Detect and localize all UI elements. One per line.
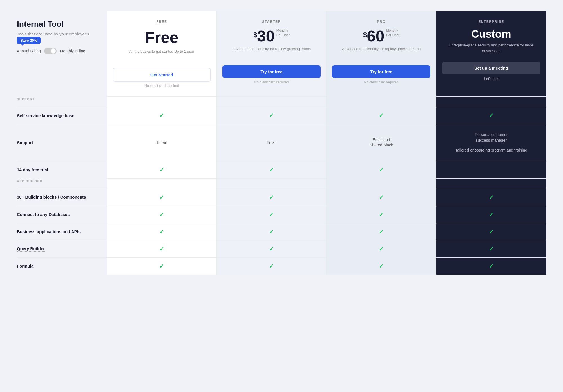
feature-db-enterprise: ✓ [436,206,546,223]
feature-bb-enterprise: ✓ [436,189,546,206]
check-icon: ✓ [269,112,274,119]
feature-db-starter: ✓ [217,206,327,223]
starter-cta-button[interactable]: Try for free [222,65,321,78]
feature-bb-pro: ✓ [327,189,436,206]
pro-price-dollar: $ [363,31,367,39]
pro-period-2: Per User [386,33,399,38]
support-label-free-empty [107,96,217,107]
feature-business-apps: Business applications and APIs [17,223,107,240]
enterprise-support-content: Personal customersuccess manager Tailore… [455,129,527,156]
pricing-table: Internal Tool Tools that are used by you… [17,11,546,275]
feature-ba-pro: ✓ [327,223,436,240]
feature-support-enterprise: Personal customersuccess manager Tailore… [436,124,546,161]
enterprise-price-display: Custom [471,28,511,40]
check-icon: ✓ [379,246,384,252]
enterprise-plan-name: ENTERPRISE [478,20,504,24]
feature-ba-free: ✓ [107,223,217,240]
pro-price-number: 60 [367,28,384,44]
feature-kb-starter: ✓ [217,107,327,124]
feature-free-trial: 14-day free trial [17,161,107,178]
support-label-pro-empty [327,96,436,107]
product-info: Internal Tool Tools that are used by you… [17,11,107,96]
support-label-starter-empty [217,96,327,107]
check-icon: ✓ [159,112,164,119]
check-icon: ✓ [379,263,384,270]
pro-plan-header: PRO $ 60 Monthly Per User Advanced funct… [327,11,436,96]
pro-plan-name: PRO [377,20,386,24]
pro-cta-button[interactable]: Try for free [332,65,430,78]
enterprise-lets-talk: Let's talk [484,77,499,81]
check-icon: ✓ [269,194,274,201]
monthly-billing-label: Monthly Billing [60,49,85,53]
billing-toggle[interactable] [44,48,57,54]
feature-trial-starter: ✓ [217,161,327,178]
feature-db-free: ✓ [107,206,217,223]
check-icon: ✓ [159,228,164,235]
feature-qb-free: ✓ [107,240,217,257]
feature-query-builder: Query Builder [17,240,107,257]
feature-knowledge-base: Self-service knowledge base [17,107,107,124]
check-icon: ✓ [379,194,384,201]
check-icon: ✓ [159,166,164,173]
check-icon: ✓ [159,211,164,218]
check-icon: ✓ [159,263,164,270]
starter-price-period: Monthly Per User [276,28,290,38]
check-icon: ✓ [269,246,274,252]
free-cta-button[interactable]: Get Started [113,68,211,82]
check-icon: ✓ [379,228,384,235]
feature-trial-enterprise [436,161,546,178]
check-icon: ✓ [269,228,274,235]
support-label-enterprise-empty [436,96,546,107]
check-icon: ✓ [269,166,274,173]
feature-formula-starter: ✓ [217,257,327,275]
free-plan-header: FREE Free All the basics to get started … [107,11,217,96]
feature-ba-enterprise: ✓ [436,223,546,240]
product-title: Internal Tool [17,20,101,29]
app-builder-label-starter-empty [217,178,327,189]
pricing-page: Internal Tool Tools that are used by you… [0,0,563,286]
feature-db-pro: ✓ [327,206,436,223]
feature-formula-pro: ✓ [327,257,436,275]
starter-period-1: Monthly [276,28,290,33]
pro-period-1: Monthly [386,28,399,33]
feature-qb-pro: ✓ [327,240,436,257]
free-price-display: Free [145,28,178,46]
enterprise-price-custom: Custom [471,28,511,40]
starter-plan-name: STARTER [262,20,281,24]
check-icon: ✓ [379,211,384,218]
enterprise-cta-button[interactable]: Set up a meeting [442,62,540,74]
app-builder-label-pro-empty [327,178,436,189]
feature-kb-pro: ✓ [327,107,436,124]
check-icon: ✓ [489,228,494,235]
feature-support-free: Email [107,124,217,161]
feature-building-blocks: 30+ Building blocks / Components [17,189,107,206]
toggle-thumb [51,48,56,54]
starter-period-2: Per User [276,33,290,38]
starter-no-cc: No credit card required [254,80,289,84]
starter-price-dollar: $ [253,31,257,39]
check-icon: ✓ [489,246,494,252]
feature-bb-free: ✓ [107,189,217,206]
feature-trial-pro: ✓ [327,161,436,178]
enterprise-support-item-1: Personal customersuccess manager [455,132,527,143]
free-plan-desc: All the basics to get started Up to 1 us… [129,49,194,62]
feature-qb-enterprise: ✓ [436,240,546,257]
check-icon: ✓ [379,166,384,173]
check-icon: ✓ [159,194,164,201]
pro-no-cc: No credit card required [364,80,398,84]
app-builder-label-free-empty [107,178,217,189]
app-builder-label-enterprise-empty [436,178,546,189]
support-free-text: Email [157,140,167,146]
starter-plan-header: STARTER $ 30 Monthly Per User Advanced f… [217,11,327,96]
enterprise-plan-desc: Enterprise-grade security and performanc… [442,43,540,56]
feature-ba-starter: ✓ [217,223,327,240]
support-pro-text: Email andShared Slack [370,137,393,148]
starter-plan-desc: Advanced functionality for rapidly growi… [232,46,311,60]
feature-kb-free: ✓ [107,107,217,124]
annual-billing-label: Annual Billing [17,49,41,53]
feature-formula-enterprise: ✓ [436,257,546,275]
starter-price-display: $ 30 Monthly Per User [253,28,290,44]
check-icon: ✓ [489,211,494,218]
feature-kb-enterprise: ✓ [436,107,546,124]
feature-support-starter: Email [217,124,327,161]
